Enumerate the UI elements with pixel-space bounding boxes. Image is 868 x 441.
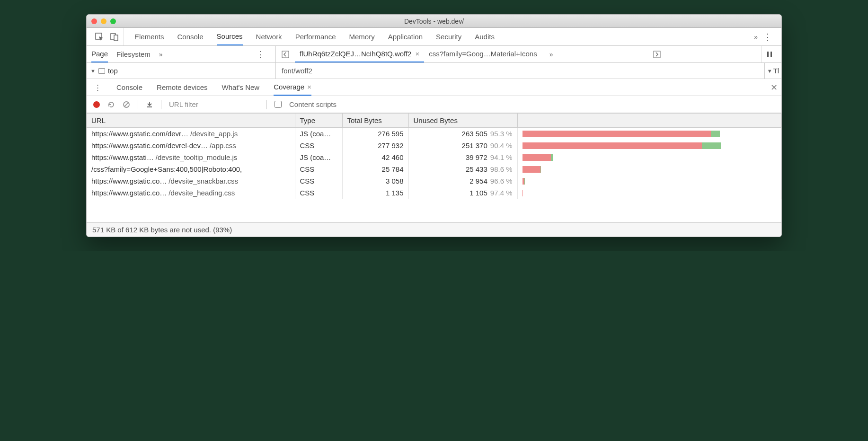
cell-total: 277 932	[342, 140, 408, 151]
drawer-tabs: ⋮ ConsoleRemote devicesWhat's NewCoverag…	[87, 79, 781, 96]
table-row[interactable]: https://www.gstatic.co…/devsite_heading.…	[87, 187, 781, 199]
cell-type: JS (coa…	[295, 151, 342, 163]
col-type[interactable]: Type	[295, 114, 342, 128]
cell-unused: 1 10597.4 %	[408, 187, 517, 199]
cell-type: JS (coa…	[295, 128, 342, 140]
content-scripts-checkbox[interactable]	[275, 101, 282, 108]
cell-total: 1 135	[342, 187, 408, 199]
table-row[interactable]: https://www.gstatic.co…/devsite_snackbar…	[87, 175, 781, 187]
close-file-icon[interactable]: ×	[415, 50, 419, 58]
cell-total: 25 784	[342, 163, 408, 175]
sources-more-icon[interactable]: ⋮	[251, 49, 271, 60]
cell-url: https://www.gstatic.co…/devsite_heading.…	[87, 187, 295, 199]
close-drawer-icon[interactable]: ✕	[771, 82, 778, 93]
file-tab[interactable]: css?family=Goog…Material+Icons	[424, 46, 541, 62]
settings-menu-icon[interactable]: ⋮	[758, 32, 778, 42]
svg-rect-2	[114, 35, 118, 41]
frame-icon	[98, 68, 105, 74]
pause-script-icon[interactable]	[761, 46, 778, 62]
main-tab-elements[interactable]: Elements	[134, 28, 164, 45]
col-unused[interactable]: Unused Bytes	[408, 114, 517, 128]
cell-url: https://www.gstati…/devsite_tooltip_modu…	[87, 151, 295, 163]
side-panel-toggle[interactable]: ▼Tl	[764, 63, 781, 79]
cell-unused: 263 50595.3 %	[408, 128, 517, 140]
cell-usage-bar	[517, 175, 781, 187]
devtools-window: DevTools - web.dev/ ElementsConsoleSourc…	[86, 14, 782, 237]
close-drawer-tab-icon[interactable]: ×	[307, 83, 311, 91]
table-row[interactable]: https://www.gstatic.com/devrel-dev…/app.…	[87, 140, 781, 151]
cell-url: https://www.gstatic.co…/devsite_snackbar…	[87, 175, 295, 187]
drawer-tab-what-s-new[interactable]: What's New	[222, 79, 260, 96]
main-tab-audits[interactable]: Audits	[475, 28, 495, 45]
inspect-element-icon[interactable]	[95, 33, 104, 41]
main-tab-security[interactable]: Security	[436, 28, 461, 45]
minimize-window-button[interactable]	[101, 18, 106, 24]
coverage-toolbar: Content scripts	[87, 96, 781, 113]
file-tab-label: css?family=Goog…Material+Icons	[429, 50, 537, 58]
cell-total: 276 595	[342, 128, 408, 140]
overflow-tabs-icon[interactable]: »	[754, 33, 758, 41]
drawer-tab-console[interactable]: Console	[116, 79, 142, 96]
reload-icon[interactable]	[107, 101, 115, 108]
cell-url: https://www.gstatic.com/devr…/devsite_ap…	[87, 128, 295, 140]
main-tab-sources[interactable]: Sources	[217, 28, 243, 45]
sources-subtab-filesystem[interactable]: Filesystem	[116, 46, 151, 62]
nav-next-icon[interactable]	[651, 51, 663, 58]
main-tab-performance[interactable]: Performance	[295, 28, 336, 45]
coverage-table: URL Type Total Bytes Unused Bytes https:…	[87, 113, 781, 199]
cell-type: CSS	[295, 187, 342, 199]
url-filter-input[interactable]	[169, 100, 259, 108]
cell-type: CSS	[295, 175, 342, 187]
sources-subtab-page[interactable]: Page	[91, 46, 108, 62]
window-title: DevTools - web.dev/	[87, 18, 781, 25]
cell-unused: 39 97294.1 %	[408, 151, 517, 163]
cell-type: CSS	[295, 140, 342, 151]
traffic-lights	[87, 18, 116, 24]
toggle-device-icon[interactable]	[110, 33, 119, 41]
main-tab-network[interactable]: Network	[256, 28, 282, 45]
svg-rect-3	[282, 51, 289, 58]
cell-url: /css?family=Google+Sans:400,500|Roboto:4…	[87, 163, 295, 175]
close-window-button[interactable]	[91, 18, 97, 24]
status-bar: 571 KB of 612 KB bytes are not used. (93…	[87, 222, 781, 237]
content-scripts-label: Content scripts	[289, 100, 337, 108]
main-tab-application[interactable]: Application	[388, 28, 423, 45]
col-url[interactable]: URL	[87, 114, 295, 128]
table-row[interactable]: https://www.gstati…/devsite_tooltip_modu…	[87, 151, 781, 163]
file-tab[interactable]: flUhRq6tzZclQEJ…NcIhQ8tQ.woff2×	[295, 46, 424, 62]
titlebar: DevTools - web.dev/	[87, 15, 781, 28]
cell-usage-bar	[517, 151, 781, 163]
col-visual	[517, 114, 781, 128]
tree-collapse-icon[interactable]: ▼	[90, 68, 96, 74]
clear-icon[interactable]	[123, 101, 130, 108]
drawer-tab-coverage[interactable]: Coverage×	[274, 79, 311, 96]
export-icon[interactable]	[146, 101, 153, 108]
cell-unused: 251 37090.4 %	[408, 140, 517, 151]
sources-tab-row: Page Filesystem » ⋮ flUhRq6tzZclQEJ…NcIh…	[87, 46, 781, 63]
file-tabs-overflow-icon[interactable]: »	[549, 51, 553, 58]
tree-top-label[interactable]: top	[108, 67, 118, 75]
main-panel-tabs: ElementsConsoleSourcesNetworkPerformance…	[87, 28, 781, 46]
col-total[interactable]: Total Bytes	[342, 114, 408, 128]
zoom-window-button[interactable]	[110, 18, 116, 24]
file-tab-label: flUhRq6tzZclQEJ…NcIhQ8tQ.woff2	[300, 50, 411, 58]
nav-prev-icon[interactable]	[280, 51, 291, 58]
svg-line-8	[124, 103, 128, 106]
cell-unused: 25 43398.6 %	[408, 163, 517, 175]
drawer-menu-icon[interactable]: ⋮	[90, 83, 105, 92]
drawer-tab-remote-devices[interactable]: Remote devices	[157, 79, 208, 96]
table-row[interactable]: /css?family=Google+Sans:400,500|Roboto:4…	[87, 163, 781, 175]
svg-rect-4	[654, 51, 660, 58]
sources-content-row: ▼ top font/woff2 ▼Tl	[87, 63, 781, 79]
cell-unused: 2 95496.6 %	[408, 175, 517, 187]
cell-usage-bar	[517, 140, 781, 151]
main-tab-console[interactable]: Console	[177, 28, 204, 45]
record-button[interactable]	[93, 101, 100, 108]
cell-type: CSS	[295, 163, 342, 175]
sources-subtab-overflow-icon[interactable]: »	[159, 51, 163, 58]
table-row[interactable]: https://www.gstatic.com/devr…/devsite_ap…	[87, 128, 781, 140]
cell-url: https://www.gstatic.com/devrel-dev…/app.…	[87, 140, 295, 151]
svg-rect-6	[771, 52, 772, 57]
main-tab-memory[interactable]: Memory	[349, 28, 375, 45]
cell-usage-bar	[517, 128, 781, 140]
